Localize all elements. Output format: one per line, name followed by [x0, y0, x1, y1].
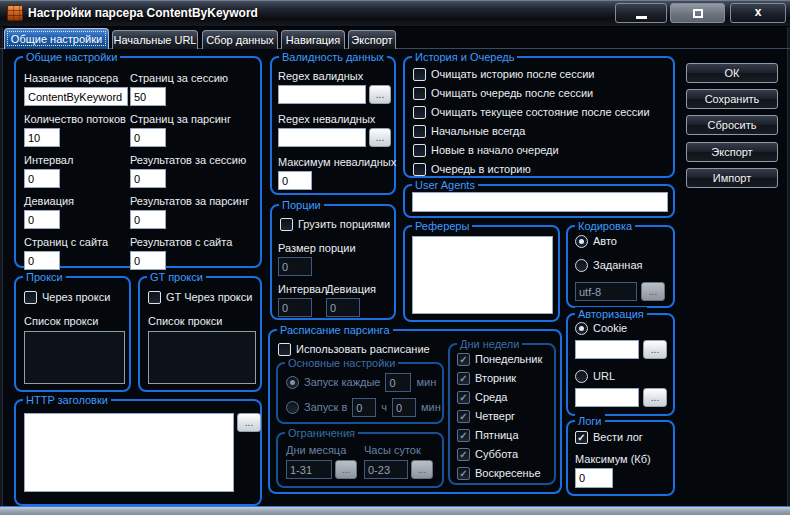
pages-per-site-input[interactable]: [24, 251, 60, 270]
check-icon: ✓: [577, 433, 585, 443]
check-icon: ✓: [459, 431, 467, 441]
sunday-label: Воскресенье: [475, 467, 541, 480]
tab-start-urls[interactable]: Начальные URL: [112, 30, 198, 49]
group-referers: Рефереры: [403, 225, 560, 322]
portion-size-input: [278, 257, 312, 276]
maximize-button[interactable]: [670, 3, 725, 23]
group-title: Порции: [279, 198, 324, 212]
regex-invalid-input[interactable]: [278, 128, 366, 147]
save-button[interactable]: Сохранить: [686, 89, 778, 109]
use-proxy-row: Через прокси: [24, 291, 110, 304]
check-icon: ✓: [459, 450, 467, 460]
weekday-row: ✓ Воскресенье: [457, 467, 541, 480]
use-proxy-label: Через прокси: [42, 291, 110, 304]
parser-settings-window: Настройки парсера ContentByKeyword x Общ…: [0, 0, 790, 515]
auth-url-radio[interactable]: [575, 370, 588, 383]
group-portions: Порции Грузить порциями Размер порции Ин…: [270, 204, 396, 320]
close-button[interactable]: x: [730, 3, 786, 23]
run-at-label: Запуск в: [304, 401, 347, 414]
run-at-minutes-unit: мин: [421, 401, 441, 414]
results-per-site-label: Результатов с сайта: [130, 236, 232, 249]
day-hours-input: [364, 460, 408, 479]
auth-cookie-radio[interactable]: [575, 322, 588, 335]
interval-input[interactable]: [24, 169, 60, 188]
wednesday-checkbox: ✓: [457, 391, 470, 404]
tab-data-collection[interactable]: Сбор данных: [202, 30, 278, 49]
regex-valid-browse-button[interactable]: ...: [369, 85, 391, 104]
proxy-list-textarea[interactable]: [24, 331, 125, 384]
auth-url-input[interactable]: [575, 388, 639, 407]
use-gt-proxy-checkbox[interactable]: [148, 291, 161, 304]
encoding-auto-radio[interactable]: [575, 235, 588, 248]
use-gt-proxy-label: GT Через прокси: [166, 291, 252, 304]
auth-cookie-browse-button[interactable]: ...: [643, 340, 667, 359]
initial-always-checkbox[interactable]: [413, 125, 426, 138]
tab-general[interactable]: Общие настройки: [4, 28, 109, 49]
clear-history-checkbox[interactable]: [413, 68, 426, 81]
queue-to-history-checkbox[interactable]: [413, 163, 426, 176]
keep-log-checkbox[interactable]: ✓: [575, 431, 588, 444]
portion-deviation-label: Девиация: [326, 283, 376, 296]
auth-cookie-input[interactable]: [575, 340, 639, 359]
results-per-session-input[interactable]: [130, 169, 166, 188]
auth-url-browse-button[interactable]: ...: [643, 388, 667, 407]
deviation-label: Девиация: [24, 195, 74, 208]
import-button[interactable]: Импорт: [686, 168, 778, 188]
pages-per-session-input[interactable]: [130, 87, 166, 106]
auth-cookie-row: Cookie: [575, 322, 627, 335]
tab-navigation[interactable]: Навигация: [281, 30, 345, 49]
month-days-label: Дни месяца: [286, 444, 346, 457]
use-schedule-row: Использовать расписание: [278, 343, 430, 356]
keep-log-row: ✓ Вести лог: [575, 431, 643, 444]
check-icon: ✓: [459, 374, 467, 384]
clear-state-checkbox[interactable]: [413, 106, 426, 119]
group-title: Прокси: [23, 270, 66, 284]
regex-invalid-browse-button[interactable]: ...: [369, 128, 391, 147]
thread-count-label: Количество потоков: [24, 113, 126, 126]
minimize-button[interactable]: [615, 3, 667, 23]
run-every-radio: [286, 376, 299, 389]
pages-per-parse-label: Страниц за парсинг: [130, 113, 231, 126]
use-schedule-checkbox[interactable]: [278, 343, 291, 356]
log-max-input[interactable]: [575, 468, 613, 488]
friday-label: Пятница: [475, 429, 519, 442]
group-title: Рефереры: [412, 219, 472, 233]
saturday-label: Суббота: [475, 448, 518, 461]
regex-valid-input[interactable]: [278, 85, 366, 104]
encoding-custom-radio[interactable]: [575, 259, 588, 272]
user-agents-input[interactable]: [412, 192, 668, 212]
clear-queue-checkbox[interactable]: [413, 87, 426, 100]
pages-per-parse-input[interactable]: [130, 128, 166, 147]
encoding-custom-label: Заданная: [593, 259, 643, 272]
portion-interval-label: Интервал: [278, 283, 327, 296]
group-weekdays: Дни недели ✓ Понедельник ✓ Вторник ✓ Сре…: [448, 343, 556, 485]
auth-cookie-label: Cookie: [593, 322, 627, 335]
max-invalid-input[interactable]: [278, 171, 312, 190]
export-button[interactable]: Экспорт: [686, 142, 778, 162]
results-per-site-input[interactable]: [130, 251, 166, 270]
use-proxy-checkbox[interactable]: [24, 291, 37, 304]
load-portions-checkbox[interactable]: [280, 218, 293, 231]
monday-label: Понедельник: [475, 353, 542, 366]
tab-export[interactable]: Экспорт: [348, 30, 396, 49]
window-title: Настройки парсера ContentByKeyword: [28, 6, 258, 20]
weekday-row: ✓ Среда: [457, 391, 507, 404]
http-headers-textarea[interactable]: [24, 413, 234, 492]
thread-count-input[interactable]: [24, 128, 60, 147]
window-bottom-frame: [0, 506, 790, 515]
gt-proxy-list-textarea[interactable]: [148, 331, 256, 384]
ok-button[interactable]: ОК: [686, 63, 778, 83]
group-encoding: Кодировка Авто Заданная ...: [566, 225, 675, 308]
interval-label: Интервал: [24, 154, 73, 167]
run-at-minutes-input: [392, 398, 416, 417]
new-to-front-checkbox[interactable]: [413, 144, 426, 157]
group-schedule-main: Основные настройки Запуск каждые мин Зап…: [276, 362, 444, 424]
friday-checkbox: ✓: [457, 429, 470, 442]
http-headers-browse-button[interactable]: ...: [237, 413, 261, 432]
results-per-parse-input[interactable]: [130, 210, 166, 229]
deviation-input[interactable]: [24, 210, 60, 229]
referers-textarea[interactable]: [412, 236, 553, 314]
proxy-list-label: Список прокси: [24, 315, 98, 328]
reset-button[interactable]: Сбросить: [686, 115, 778, 135]
parser-name-input[interactable]: [24, 87, 128, 106]
